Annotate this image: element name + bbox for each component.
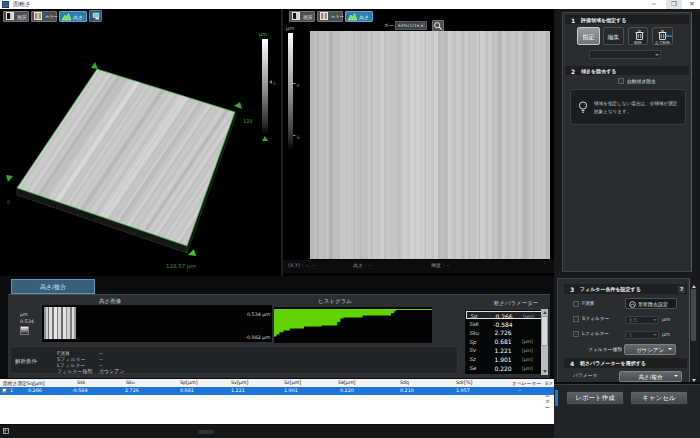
height-map-icon [348, 12, 357, 21]
color-view-label: カラー [331, 14, 344, 19]
l-filter-select[interactable]: 5 [625, 331, 659, 340]
tab-height-hybrid[interactable]: 高さ/複合 [11, 279, 95, 294]
s-filter-select[interactable]: 0.5 [625, 316, 659, 325]
display-settings-button-3d[interactable] [89, 10, 102, 22]
surface-3d-view[interactable]: 128 0 128.57 μm μm 0 [0, 28, 281, 276]
thumb-unit: μm [20, 312, 28, 317]
zoom-select[interactable]: 63%(1/16) [395, 21, 427, 30]
region-delete-button[interactable]: 削除 [628, 27, 648, 45]
table-header-cell[interactable]: Ssk [77, 380, 85, 385]
splitter-accent[interactable] [555, 390, 558, 406]
table-cell: 2.726 [125, 388, 139, 393]
cond-type-label: フィルター種類 [57, 368, 92, 374]
results-table: 面粗さ測定Sq[μm]SskSkuSp[μm]Sv[μm]Sz[μm]Sa[μm… [0, 379, 554, 424]
region-specify-button[interactable]: 指定 [577, 27, 600, 45]
texture-view-label: 画質 [303, 14, 313, 20]
table-header-cell[interactable]: Sdr[%] [456, 380, 472, 385]
cond-type-value: ガウシアン [99, 368, 125, 374]
window-title: 面粗さ [13, 1, 31, 8]
maximize-button[interactable]: ❐ [666, 0, 682, 9]
s-filter-unit: μm [662, 317, 670, 323]
height-map-image[interactable] [310, 31, 550, 259]
height-view-button-2d[interactable]: 高さ [345, 11, 373, 22]
help-button[interactable]: ? [678, 286, 685, 293]
region-delete-all-button[interactable]: ALL 全て削除 [652, 27, 673, 45]
f-operation-checkbox[interactable] [573, 301, 579, 307]
parameter-row[interactable]: Sku2.726 [466, 329, 542, 337]
texture-view-button-3d[interactable]: 画質 [3, 11, 29, 22]
close-button[interactable]: ✕ [684, 0, 700, 9]
parameter-row[interactable]: Sa0.220[μm] [466, 364, 542, 372]
table-header-cell[interactable]: オペレーター [512, 380, 541, 386]
region-edit-button[interactable]: 編集 [603, 27, 624, 45]
auto-tilt-checkbox[interactable] [618, 78, 624, 84]
table-cell: -- [518, 388, 521, 393]
shape-removal-button[interactable]: 形状除去設定 [625, 298, 677, 309]
table-header-cell[interactable]: Sフィルター [545, 380, 554, 410]
status-bright-label: 輝度 : [431, 263, 444, 269]
params-scroll-thumb[interactable] [541, 316, 548, 346]
axis-arrow-bottom [188, 249, 196, 256]
histogram-chart[interactable] [274, 307, 432, 343]
pane-splitter-vertical[interactable] [281, 9, 283, 276]
l-filter-checkbox[interactable] [573, 331, 579, 337]
param-unit: [μm] [522, 357, 533, 362]
param-name: Sv [469, 347, 476, 353]
table-row[interactable]: 1 0.266-0.5842.7260.6811.2211.9010.2200.… [0, 387, 554, 395]
s-filter-checkbox[interactable] [573, 316, 579, 322]
height-view-button-3d[interactable]: 高さ [59, 11, 87, 22]
step1-title: 評価領域を指定する [581, 17, 626, 23]
minimize-button[interactable]: − [646, 0, 662, 9]
table-header-cell[interactable]: Sz[μm] [284, 380, 301, 385]
delete-label: 削除 [629, 41, 647, 45]
table-cell: 1.221 [231, 388, 245, 393]
colorbar-3d[interactable] [262, 39, 268, 134]
color-view-button-3d[interactable]: カラー [31, 11, 57, 22]
parameter-row[interactable]: Sdq0.210 [466, 373, 542, 375]
param-unit: [μm] [522, 366, 533, 371]
parameter-row[interactable]: Sq0.266[μm] [466, 311, 542, 319]
zoom-value: 63%(1/16) [398, 24, 421, 29]
params-scroll-up[interactable] [543, 311, 547, 314]
cancel-button[interactable]: キャンセル [630, 391, 688, 405]
parameter-row[interactable]: Sv1.221[μm] [466, 346, 542, 354]
parameter-row[interactable]: Ssk-0.584 [466, 320, 542, 328]
param-name: Sdq [469, 374, 479, 375]
table-header-cell[interactable]: 面粗さ測定Sq[μm] [3, 380, 45, 386]
table-cell: -0.584 [72, 388, 87, 393]
parameters-scrollbar[interactable] [541, 309, 548, 375]
color-view-button-2d[interactable]: カラー [317, 11, 343, 22]
param-value: 0.266 [489, 313, 519, 320]
histogram-min-label: -0.982 μm [212, 335, 270, 340]
row-checkbox[interactable] [2, 388, 7, 393]
parameter-select[interactable]: 高さ/複合 [619, 371, 682, 382]
color-icon [320, 12, 329, 21]
scrollbar-up-arrow[interactable] [692, 285, 696, 288]
region-list-select[interactable] [589, 50, 661, 59]
hscroll-thumb[interactable] [198, 430, 214, 434]
step4-header: 4 粗さパラメーターを選択する [564, 358, 687, 368]
filter-type-select[interactable]: ガウシアン [624, 344, 676, 355]
colorbar3d-mid-label: 0 [273, 81, 276, 86]
status-xy-value: - , - [306, 263, 314, 269]
params-scroll-down[interactable] [543, 370, 547, 373]
auto-tilt-label: 自動傾き除去 [627, 79, 656, 84]
table-header-cell[interactable]: Sku [126, 380, 135, 385]
table-header-cell[interactable]: Sa[μm] [338, 380, 355, 385]
table-header-cell[interactable]: Sv[μm] [231, 380, 248, 385]
color-icon [34, 12, 43, 21]
table-corner-icon[interactable] [3, 428, 9, 434]
create-report-button[interactable]: レポート作成 [566, 391, 624, 405]
param-name: Sa [469, 365, 476, 371]
analysis-bottom-panel: 高さ/複合 高さ画像 0.534 μm -0.982 μm μ [0, 276, 554, 438]
height-image-thumbnail[interactable] [44, 307, 76, 339]
parameter-row[interactable]: Sz1.901[μm] [466, 355, 542, 363]
sidebar-scrollbar[interactable] [690, 283, 697, 383]
texture-view-button-2d[interactable]: 画質 [289, 11, 315, 22]
colorbar-2d[interactable] [288, 33, 293, 151]
table-header-cell[interactable]: Sdq [400, 380, 409, 385]
table-cell: 0.210 [400, 388, 414, 393]
table-header-cell[interactable]: Sp[μm] [180, 380, 198, 385]
parameter-row[interactable]: Sp0.681[μm] [466, 338, 542, 346]
scrollbar-thumb[interactable] [691, 289, 696, 341]
